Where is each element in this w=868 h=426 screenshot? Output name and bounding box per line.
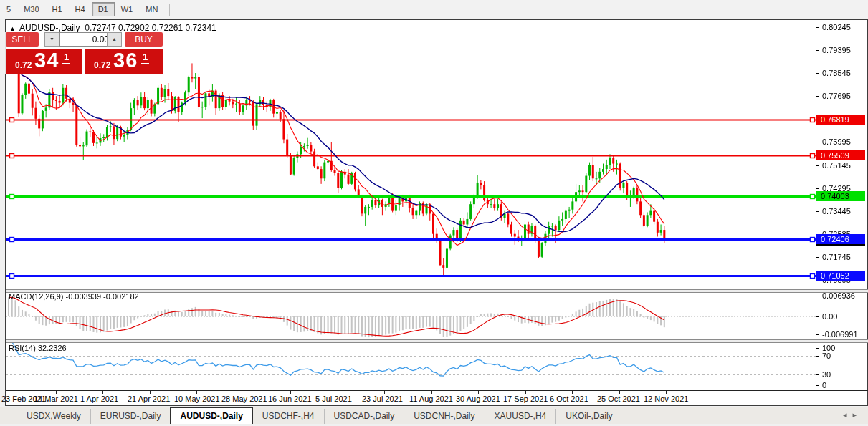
period-button-h1[interactable]: H1 — [46, 2, 69, 16]
price-axis-tick: 0.79395 — [822, 46, 851, 54]
price-axis-tick: 0.80245 — [822, 23, 851, 32]
ask-price-big: 36 — [113, 49, 138, 72]
chart-ohlc-values: 0.72747 0.72902 0.72261 0.72341 — [85, 23, 216, 33]
price-axis-tick: 0.75995 — [822, 137, 851, 146]
chart-tab-audusd[interactable]: AUDUSD-,Daily — [170, 407, 252, 424]
time-axis-tick-mark — [196, 391, 197, 394]
time-axis-label: 21 Apr 2021 — [128, 394, 170, 403]
macd-axis-tick: -0.006991 — [822, 330, 858, 339]
period-button-5[interactable]: 5 — [0, 2, 17, 16]
period-button-w1[interactable]: W1 — [115, 2, 140, 16]
volume-increase-button[interactable]: ▲ — [107, 32, 122, 47]
macd-axis-tick-mark — [816, 296, 819, 296]
chart-tab-usdchf[interactable]: USDCHF-,H4 — [253, 409, 324, 424]
mt4-terminal: 5M30H1H4D1W1MN ▲AUDUSD-,Daily 0.72747 0.… — [0, 0, 868, 426]
price-axis-tick-mark — [816, 188, 819, 189]
price-line-badge: 0.71052 — [816, 271, 865, 281]
chart-title-line: ▲AUDUSD-,Daily 0.72747 0.72902 0.72261 0… — [9, 23, 216, 33]
tab-scroll-right-icon[interactable]: ▸ — [852, 410, 862, 419]
time-axis-label: 1 Apr 2021 — [80, 394, 118, 403]
time-axis-tick-mark — [9, 391, 9, 394]
tab-scroll-arrows[interactable]: ◂▸ — [843, 410, 862, 420]
tab-scroll-left-icon[interactable]: ◂ — [843, 410, 853, 419]
bid-price-big: 34 — [34, 49, 59, 72]
time-axis-label: 14 Mar 2021 — [34, 394, 78, 403]
rsi-axis-tick-mark — [816, 348, 819, 349]
price-axis-tick-mark — [816, 73, 819, 74]
time-axis-tick-mark — [619, 391, 620, 394]
price-line-badge: 0.75509 — [816, 150, 865, 160]
ask-price-small: 0.72 — [94, 60, 110, 70]
bid-price-button[interactable]: 0.72 34 1 — [6, 49, 82, 74]
rsi-pane-separator[interactable] — [6, 339, 868, 343]
chart-tab-eurusd[interactable]: EURUSD-,Daily — [90, 409, 171, 424]
bid-price-small: 0.72 — [15, 60, 32, 70]
price-chart-canvas[interactable] — [6, 20, 816, 390]
sell-button[interactable]: SELL — [6, 32, 39, 47]
price-line-badge: 0.72406 — [816, 234, 865, 244]
time-axis-tick-mark — [338, 391, 338, 394]
macd-indicator-label: MACD(12,26,9) -0.003939 -0.002182 — [9, 292, 139, 301]
rsi-axis-tick: 30 — [822, 370, 831, 379]
volume-input[interactable] — [59, 32, 113, 47]
volume-decrease-button[interactable]: ▼ — [44, 32, 59, 47]
ask-price-button[interactable]: 0.72 36 1 — [85, 49, 163, 74]
time-axis-tick-mark — [290, 391, 291, 394]
collapse-triangle-icon[interactable]: ▲ — [9, 25, 16, 32]
time-axis-tick-mark — [244, 391, 244, 394]
buy-button[interactable]: BUY — [125, 32, 163, 47]
price-axis-tick: 0.77695 — [822, 92, 851, 100]
price-axis-tick-mark — [816, 96, 819, 97]
chart-tab-usdx[interactable]: USDX,Weekly — [17, 409, 90, 424]
rsi-axis-tick: 0 — [822, 381, 826, 389]
time-axis-tick-mark — [384, 391, 385, 394]
time-axis-tick-mark — [56, 391, 57, 394]
macd-axis-tick-mark — [816, 334, 819, 335]
price-line-badge: 0.74003 — [816, 191, 865, 201]
time-axis-tick-mark — [666, 391, 667, 394]
period-button-mn[interactable]: MN — [139, 2, 164, 16]
macd-axis-tick: 0.00 — [822, 312, 837, 321]
time-axis-label: 23 Jul 2021 — [362, 394, 403, 403]
macd-axis-tick: 0.006936 — [822, 291, 855, 300]
chart-tab-xauusd[interactable]: XAUUSD-,H4 — [485, 409, 556, 424]
period-button-h4[interactable]: H4 — [69, 2, 92, 16]
price-axis-tick: 0.71745 — [822, 253, 851, 261]
rsi-indicator-label: RSI(14) 32.2326 — [9, 344, 67, 352]
toolbar-separator — [169, 4, 170, 16]
time-axis-label: 16 Jun 2021 — [268, 394, 312, 403]
chart-tab-usdcad[interactable]: USDCAD-,Daily — [324, 409, 404, 424]
rsi-axis-tick: 70 — [822, 352, 831, 360]
chart-tab-bar: USDX,WeeklyEURUSD-,DailyAUDUSD-,DailyUSD… — [0, 407, 868, 424]
spinner-up-icon: ▲ — [112, 37, 117, 42]
time-axis-label: 12 Nov 2021 — [644, 394, 688, 403]
price-line-badge: 0.76819 — [816, 115, 865, 125]
time-axis-label: 17 Sep 2021 — [503, 394, 548, 403]
price-axis-tick-mark — [816, 27, 819, 28]
ask-price-sup: 1 — [141, 52, 149, 64]
rsi-axis-tick-mark — [816, 356, 819, 357]
time-axis-tick-mark — [572, 391, 573, 394]
price-axis-tick: 0.73445 — [822, 207, 851, 216]
price-axis-tick: 0.75145 — [822, 161, 851, 170]
chart-symbol-title: AUDUSD-,Daily — [19, 23, 80, 33]
time-axis-tick-mark — [431, 391, 432, 394]
spinner-down-icon: ▼ — [49, 37, 54, 42]
time-axis-tick-mark — [102, 391, 103, 394]
period-button-m30[interactable]: M30 — [17, 2, 45, 16]
bid-price-sup: 1 — [62, 52, 70, 64]
time-axis-label: 11 Aug 2021 — [409, 394, 453, 403]
time-axis-tick-mark — [525, 391, 526, 394]
price-axis-tick-mark — [816, 50, 819, 51]
one-click-trading-panel: SELL ▼ ▲ BUY 0.72 34 1 0.72 36 1 — [6, 32, 163, 74]
chart-tab-usdcnh[interactable]: USDCNH-,Daily — [404, 409, 484, 424]
period-button-d1[interactable]: D1 — [92, 2, 115, 16]
time-axis-label: 10 May 2021 — [174, 394, 220, 403]
chart-tab-ukoil[interactable]: UKOil-,Daily — [555, 409, 621, 424]
price-axis-tick: 0.78545 — [822, 69, 851, 77]
time-axis-tick-mark — [150, 391, 151, 394]
rsi-axis-tick-mark — [816, 374, 819, 375]
rsi-axis-tick-mark — [816, 385, 819, 386]
price-axis-tick-mark — [816, 211, 819, 212]
price-axis-tick-mark — [816, 257, 819, 258]
